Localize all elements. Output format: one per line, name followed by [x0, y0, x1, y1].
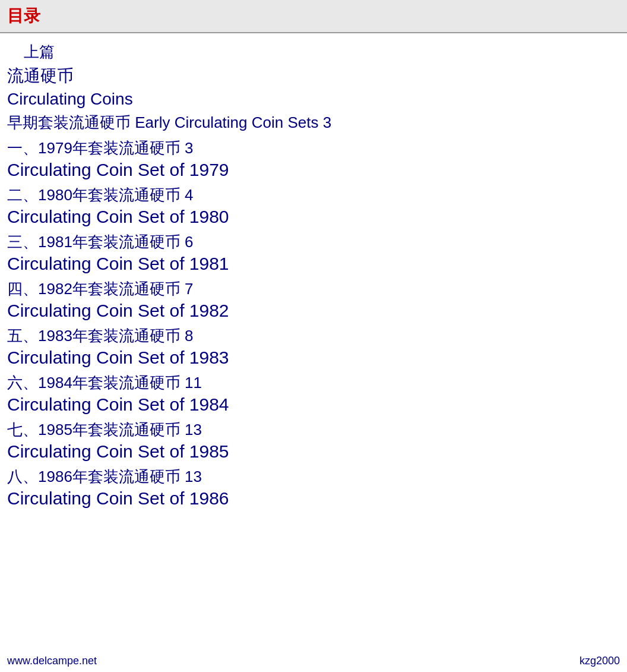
entry-3-english: Circulating Coin Set of 1981 [7, 254, 620, 274]
entry-8-english: Circulating Coin Set of 1986 [7, 488, 620, 509]
entry-3-chinese: 三、1981年套装流通硬币 6 [7, 232, 620, 253]
page-header: 目录 [0, 0, 627, 33]
subsection-page: 3 [323, 113, 331, 131]
entry-1-chinese: 一、1979年套装流通硬币 3 [7, 138, 620, 159]
subsection-chinese: 早期套装流通硬币 [7, 113, 131, 131]
entry-6-chinese: 六、1984年套装流通硬币 11 [7, 373, 620, 393]
entry-5-chinese: 五、1983年套装流通硬币 8 [7, 326, 620, 346]
entry-7-english: Circulating Coin Set of 1985 [7, 441, 620, 462]
category-english: Circulating Coins [7, 90, 620, 109]
category-chinese: 流通硬币 [7, 65, 620, 87]
entry-2-chinese: 二、1980年套装流通硬币 4 [7, 185, 620, 206]
footer-right: kzg2000 [580, 655, 620, 667]
entry-1-english: Circulating Coin Set of 1979 [7, 160, 620, 180]
entry-2-english: Circulating Coin Set of 1980 [7, 207, 620, 227]
entry-4-chinese: 四、1982年套装流通硬币 7 [7, 279, 620, 299]
entry-4-english: Circulating Coin Set of 1982 [7, 301, 620, 321]
main-content: 上篇 流通硬币 Circulating Coins 早期套装流通硬币 Early… [0, 33, 627, 518]
subsection-header: 早期套装流通硬币 Early Circulating Coin Sets 3 [7, 112, 620, 133]
entry-8-chinese: 八、1986年套装流通硬币 13 [7, 466, 620, 487]
entries-list: 一、1979年套装流通硬币 3Circulating Coin Set of 1… [7, 138, 620, 509]
entry-7-chinese: 七、1985年套装流通硬币 13 [7, 419, 620, 440]
entry-6-english: Circulating Coin Set of 1984 [7, 395, 620, 415]
entry-5-english: Circulating Coin Set of 1983 [7, 348, 620, 368]
section-label: 上篇 [24, 42, 620, 62]
subsection-english: Early Circulating Coin Sets [135, 113, 318, 131]
header-title: 目录 [7, 7, 40, 25]
footer-left: www.delcampe.net [7, 655, 97, 667]
page-footer: www.delcampe.net kzg2000 [0, 650, 627, 672]
